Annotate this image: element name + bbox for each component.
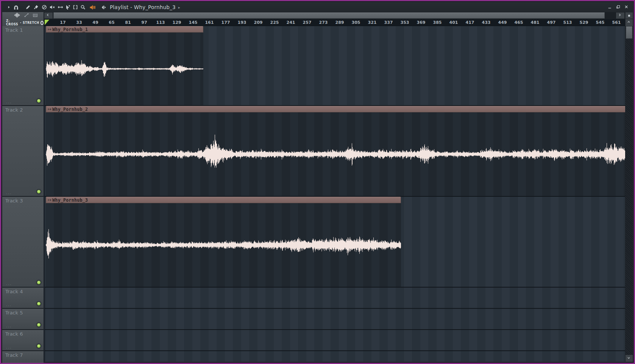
- wave-mode-icon[interactable]: [12, 12, 21, 20]
- track-mute-led[interactable]: [36, 98, 41, 103]
- options-square-icon: [628, 15, 630, 17]
- stretch-tool-icon[interactable]: [56, 4, 64, 11]
- vertical-scroll-thumb[interactable]: [626, 26, 632, 39]
- track-header[interactable]: Track 2...: [2, 106, 44, 197]
- clip-name-label: Why_Pornhub_2: [52, 107, 88, 112]
- ruler-bar-number: 65: [109, 20, 114, 25]
- horizontal-scroll-thumb[interactable]: [53, 12, 605, 19]
- zcross-radio[interactable]: [19, 21, 21, 24]
- clip-waveform-area[interactable]: [46, 112, 625, 196]
- track-name-label[interactable]: Track 7: [5, 352, 23, 358]
- scroll-options-button[interactable]: [626, 12, 633, 19]
- track-header[interactable]: Track 1...: [2, 26, 44, 106]
- maximize-button[interactable]: [615, 4, 621, 10]
- track-header[interactable]: Track 3...: [2, 197, 44, 288]
- track-name-label[interactable]: Track 6: [5, 331, 23, 337]
- ruler-bar-number: 17: [60, 20, 66, 25]
- track-name-label[interactable]: Track 4: [5, 289, 23, 294]
- ruler-bar-number: 417: [466, 20, 474, 25]
- picker-speaker-icon[interactable]: [100, 4, 107, 11]
- ruler-bar-number: 81: [125, 20, 131, 25]
- playlist-content: Track 1...Track 2...Track 3...Track 4...…: [2, 26, 633, 362]
- track-name-label[interactable]: Track 2: [5, 107, 23, 113]
- clip-waveform-area[interactable]: [46, 203, 401, 287]
- track-options-dots[interactable]: ...: [6, 100, 12, 104]
- keys-mode-icon[interactable]: [32, 12, 39, 20]
- timeline-ruler[interactable]: 1733496581971131291451611771932092252412…: [44, 19, 625, 26]
- snap-options-panel: Z-CROSS STRETCH: [2, 19, 44, 26]
- mode-icon-panel: [2, 12, 44, 19]
- track-lane[interactable]: [45, 309, 625, 330]
- track-options-dots[interactable]: ...: [6, 303, 12, 307]
- slope-mode-icon[interactable]: [23, 12, 30, 20]
- waveform-canvas: [46, 33, 203, 105]
- audio-clip-icon: ↦: [48, 27, 51, 31]
- titlebar: Playlist - Why_Pornhub_3 ▸: [2, 2, 633, 12]
- snap-magnet-icon[interactable]: [12, 4, 20, 11]
- track-header[interactable]: Track 7: [2, 351, 44, 364]
- ruler-bar-number: 289: [335, 20, 344, 25]
- playback-tool-icon[interactable]: [88, 4, 96, 11]
- track-lane[interactable]: [45, 330, 625, 351]
- vertical-scrollbar[interactable]: [626, 26, 633, 362]
- clip-header[interactable]: ↦Why_Pornhub_3: [46, 197, 401, 203]
- zoom-tool-icon[interactable]: [79, 4, 87, 11]
- window-controls: [607, 2, 630, 12]
- track-mute-led[interactable]: [36, 322, 41, 327]
- ruler-bar-number: 481: [531, 20, 540, 25]
- ruler-bar-number: 161: [205, 20, 214, 25]
- select-tool-icon[interactable]: [72, 4, 79, 11]
- ruler-bar-number: 49: [92, 20, 98, 25]
- horizontal-scrollbar[interactable]: [44, 12, 625, 19]
- right-scroll-button[interactable]: [616, 12, 624, 19]
- draw-tool-icon[interactable]: [24, 4, 32, 11]
- track-header[interactable]: Track 5...: [2, 309, 44, 330]
- ruler-bar-number: 305: [352, 20, 360, 25]
- clip-name-label: Why_Pornhub_1: [52, 27, 88, 32]
- clip-header[interactable]: ↦Why_Pornhub_2: [46, 106, 625, 112]
- stretch-toggle[interactable]: [41, 21, 44, 25]
- mute-tool-icon[interactable]: [48, 4, 56, 11]
- clip-waveform-area[interactable]: [46, 33, 203, 105]
- audio-clip[interactable]: ↦Why_Pornhub_2: [46, 106, 625, 196]
- ruler-bar-number: 545: [596, 20, 605, 25]
- menu-arrow-icon[interactable]: [5, 4, 13, 11]
- scroll-row: [2, 12, 633, 19]
- track-mute-led[interactable]: [36, 344, 41, 348]
- playlist-grid[interactable]: ↦Why_Pornhub_1↦Why_Pornhub_2↦Why_Pornhub…: [44, 26, 625, 362]
- track-name-label[interactable]: Track 5: [5, 310, 23, 316]
- track-header[interactable]: Track 6...: [2, 330, 44, 351]
- track-mute-led[interactable]: [36, 189, 41, 194]
- waveform-canvas: [46, 203, 401, 287]
- track-lane[interactable]: [45, 288, 625, 309]
- track-lane[interactable]: [45, 351, 625, 362]
- ruler-bar-number: 401: [449, 20, 458, 25]
- track-options-dots[interactable]: ...: [6, 191, 12, 195]
- ruler-bar-number: 193: [238, 20, 247, 25]
- close-button[interactable]: [624, 4, 630, 10]
- clip-name-label: Why_Pornhub_3: [52, 198, 88, 203]
- ruler-bar-number: 337: [384, 20, 393, 25]
- track-options-dots[interactable]: ...: [6, 324, 12, 328]
- track-name-label[interactable]: Track 3: [5, 198, 23, 204]
- minimize-button[interactable]: [607, 4, 613, 10]
- audio-clip[interactable]: ↦Why_Pornhub_3: [46, 197, 401, 287]
- track-mute-led[interactable]: [36, 280, 41, 285]
- up-scroll-button[interactable]: [626, 19, 633, 26]
- track-name-label[interactable]: Track 1: [5, 27, 23, 33]
- down-scroll-button[interactable]: [626, 355, 633, 362]
- track-options-dots[interactable]: ...: [6, 345, 12, 349]
- ruler-bar-number: 449: [498, 20, 507, 25]
- audio-clip[interactable]: ↦Why_Pornhub_1: [46, 26, 203, 105]
- track-mute-led[interactable]: [36, 301, 41, 306]
- clip-header[interactable]: ↦Why_Pornhub_1: [46, 26, 203, 33]
- slip-tool-icon[interactable]: [64, 4, 72, 11]
- paint-tool-icon[interactable]: [32, 4, 40, 11]
- left-scroll-button[interactable]: [44, 12, 53, 19]
- ruler-bar-number: 273: [319, 20, 328, 25]
- track-options-dots[interactable]: ...: [6, 282, 12, 286]
- delete-tool-icon[interactable]: [41, 4, 48, 11]
- play-start-marker[interactable]: [45, 20, 49, 25]
- title-submenu-arrow-icon[interactable]: ▸: [178, 5, 180, 9]
- track-header[interactable]: Track 4...: [2, 288, 44, 309]
